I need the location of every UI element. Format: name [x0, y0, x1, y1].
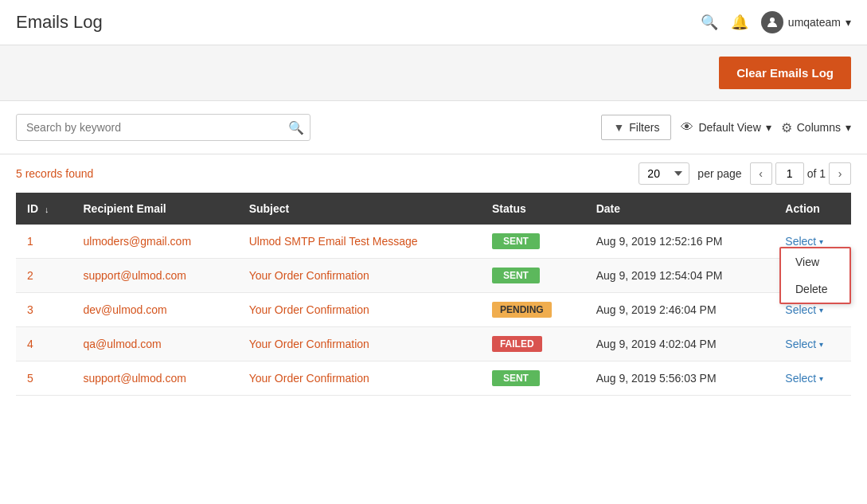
table-row: 2 support@ulmod.com Your Order Confirmat… [16, 259, 851, 293]
dropdown-view[interactable]: View [781, 248, 849, 275]
gear-icon: ⚙ [781, 120, 792, 135]
cell-id: 1 [16, 225, 72, 259]
per-page-label: per page [697, 167, 741, 180]
subject-link[interactable]: Your Order Confirmation [249, 372, 369, 385]
subject-link[interactable]: Your Order Confirmation [249, 303, 369, 316]
status-badge: PENDING [492, 302, 552, 318]
cell-action: Select ▾ [774, 327, 851, 361]
dropdown-delete[interactable]: Delete [781, 275, 849, 303]
table-row: 4 qa@ulmod.com Your Order Confirmation F… [16, 327, 851, 361]
select-label: Select [785, 303, 816, 316]
id-link[interactable]: 5 [27, 372, 33, 385]
email-link[interactable]: support@ulmod.com [83, 372, 186, 385]
cell-subject: Ulmod SMTP Email Test Message [238, 225, 481, 259]
cell-date: Aug 9, 2019 5:56:03 PM [585, 361, 775, 396]
table-header: ID ↓ Recipient Email Subject Status Date… [16, 193, 851, 225]
cell-email: support@ulmod.com [72, 259, 237, 293]
status-badge: SENT [492, 268, 540, 283]
action-dropdown: View Delete [779, 247, 851, 304]
col-subject[interactable]: Subject [238, 193, 481, 225]
filter-icon: ▼ [613, 121, 624, 134]
action-select-4[interactable]: Select ▾ [785, 372, 823, 385]
emails-log-table: ID ↓ Recipient Email Subject Status Date… [16, 193, 851, 396]
select-label: Select [785, 372, 816, 385]
status-badge: SENT [492, 233, 540, 249]
svg-point-0 [770, 18, 775, 22]
col-recipient-email[interactable]: Recipient Email [72, 193, 237, 225]
search-submit-button[interactable]: 🔍 [288, 120, 304, 135]
cell-subject: Your Order Confirmation [238, 259, 481, 293]
action-select-3[interactable]: Select ▾ [785, 338, 823, 350]
cell-date: Aug 9, 2019 4:02:04 PM [585, 327, 775, 361]
col-id[interactable]: ID ↓ [16, 193, 72, 225]
cell-status: SENT [481, 361, 585, 396]
action-chevron-icon: ▾ [819, 237, 823, 246]
cell-id: 5 [16, 361, 72, 396]
cell-date: Aug 9, 2019 12:54:04 PM [585, 259, 775, 293]
chevron-down-icon: ▾ [846, 16, 851, 29]
header-right: 🔍 🔔 umqateam ▾ [701, 11, 851, 33]
col-status[interactable]: Status [481, 193, 585, 225]
id-link[interactable]: 2 [27, 269, 33, 282]
select-label: Select [785, 235, 816, 248]
action-select-0[interactable]: Select ▾ [785, 235, 823, 248]
filter-bar: 🔍 ▼ Filters 👁 Default View ▾ ⚙ Columns ▾ [0, 101, 867, 154]
view-chevron-icon: ▾ [766, 121, 771, 134]
prev-page-button[interactable]: ‹ [750, 162, 772, 185]
id-link[interactable]: 4 [27, 338, 33, 350]
table-body: 1 ulmoders@gmail.com Ulmod SMTP Email Te… [16, 225, 851, 396]
email-link[interactable]: dev@ulmod.com [83, 303, 166, 316]
select-label: Select [785, 338, 816, 350]
action-chevron-icon: ▾ [819, 306, 823, 315]
search-input[interactable] [16, 114, 310, 141]
default-view-selector[interactable]: 👁 Default View ▾ [681, 120, 771, 135]
cell-status: FAILED [481, 327, 585, 361]
action-chevron-icon: ▾ [819, 340, 823, 349]
pagination-bar: 5 records found 20 50 100 per page ‹ of … [0, 154, 867, 193]
eye-icon: 👁 [681, 120, 693, 135]
page-total: of 1 [807, 167, 826, 180]
status-badge: SENT [492, 370, 540, 386]
bell-icon[interactable]: 🔔 [731, 14, 748, 31]
next-page-button[interactable]: › [829, 162, 851, 185]
email-link[interactable]: support@ulmod.com [83, 269, 186, 282]
table-container: ID ↓ Recipient Email Subject Status Date… [0, 193, 867, 412]
subject-link[interactable]: Your Order Confirmation [249, 269, 369, 282]
page-number-input[interactable] [775, 162, 804, 185]
col-date[interactable]: Date [585, 193, 775, 225]
per-page-select[interactable]: 20 50 100 [639, 162, 689, 185]
subject-link[interactable]: Ulmod SMTP Email Test Message [249, 235, 418, 248]
table-row: 1 ulmoders@gmail.com Ulmod SMTP Email Te… [16, 225, 851, 259]
cell-id: 3 [16, 293, 72, 327]
cell-subject: Your Order Confirmation [238, 293, 481, 327]
col-action: Action [774, 193, 851, 225]
cell-action: Select ▾ [774, 361, 851, 396]
subject-link[interactable]: Your Order Confirmation [249, 338, 369, 350]
id-link[interactable]: 1 [27, 235, 33, 248]
cell-date: Aug 9, 2019 12:52:16 PM [585, 225, 775, 259]
id-link[interactable]: 3 [27, 303, 33, 316]
cell-subject: Your Order Confirmation [238, 361, 481, 396]
action-select-2[interactable]: Select ▾ [785, 303, 823, 316]
top-header: Emails Log 🔍 🔔 umqateam ▾ [0, 0, 867, 45]
columns-chevron-icon: ▾ [846, 121, 851, 134]
cell-subject: Your Order Confirmation [238, 327, 481, 361]
filters-button[interactable]: ▼ Filters [601, 115, 671, 140]
cell-id: 2 [16, 259, 72, 293]
cell-status: SENT [481, 225, 585, 259]
email-link[interactable]: ulmoders@gmail.com [83, 235, 191, 248]
page-title: Emails Log [16, 12, 103, 33]
cell-status: PENDING [481, 293, 585, 327]
cell-id: 4 [16, 327, 72, 361]
toolbar: Clear Emails Log [0, 45, 867, 101]
page-nav: ‹ of 1 › [750, 162, 851, 185]
search-icon[interactable]: 🔍 [701, 14, 718, 31]
cell-email: qa@ulmod.com [72, 327, 237, 361]
status-badge: FAILED [492, 336, 542, 352]
user-menu[interactable]: umqateam ▾ [761, 11, 851, 33]
view-label: Default View [698, 121, 760, 134]
clear-emails-log-button[interactable]: Clear Emails Log [719, 57, 851, 89]
email-link[interactable]: qa@ulmod.com [83, 338, 161, 350]
columns-selector[interactable]: ⚙ Columns ▾ [781, 120, 851, 135]
cell-email: support@ulmod.com [72, 361, 237, 396]
